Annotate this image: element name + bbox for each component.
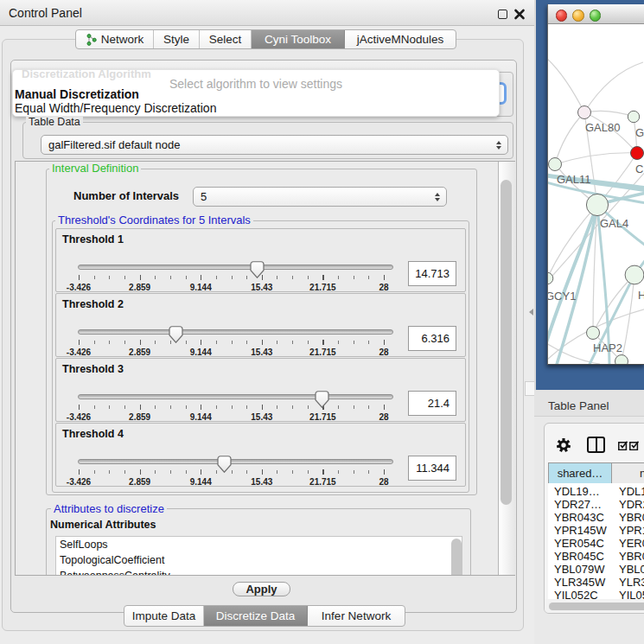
svg-text:GCY1: GCY1	[548, 290, 576, 303]
svg-text:GAL80: GAL80	[585, 121, 620, 134]
svg-text:GAL4: GAL4	[600, 217, 628, 230]
svg-text:C: C	[635, 163, 643, 175]
svg-text:GAL11: GAL11	[557, 173, 591, 186]
svg-text:HAP2: HAP2	[593, 341, 622, 354]
svg-text:H: H	[638, 289, 644, 302]
svg-text:GA: GA	[635, 126, 644, 139]
